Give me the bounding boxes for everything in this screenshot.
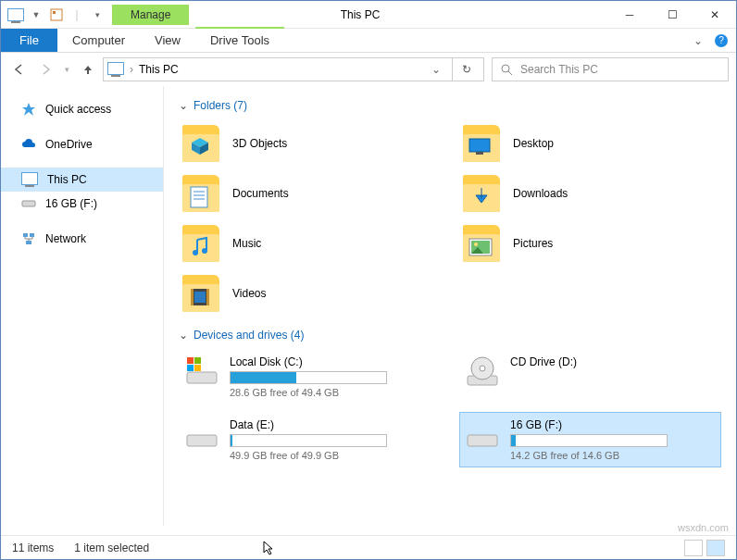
svg-point-36 [480,366,485,371]
status-bar: 11 items 1 item selected [1,535,736,559]
help-icon: ? [715,34,728,47]
tab-computer[interactable]: Computer [57,29,140,52]
folder-documents[interactable]: Documents [179,169,441,218]
forward-button[interactable] [34,56,56,82]
star-icon [21,102,36,117]
svg-rect-8 [26,241,31,244]
collapse-ribbon-icon[interactable]: ⌄ [684,29,712,52]
body: Quick access OneDrive This PC 16 GB (F:)… [1,86,736,526]
sidebar-item-quick-access[interactable]: Quick access [1,97,163,121]
folder-label: Downloads [513,187,568,200]
drive-data-e[interactable]: Data (E:) 49.9 GB free of 49.9 GB [179,412,441,467]
group-header-drives[interactable]: ⌄ Devices and drives (4) [179,329,721,342]
folder-icon [463,175,500,212]
svg-rect-37 [187,435,217,446]
tab-file[interactable]: File [1,29,57,52]
refresh-button[interactable]: ↻ [452,58,480,81]
maximize-button[interactable]: ☐ [651,1,693,29]
drive-free-text: 28.6 GB free of 49.4 GB [230,387,434,398]
watermark: wsxdn.com [678,522,729,533]
drive-info: 16 GB (F:) 14.2 GB free of 14.6 GB [510,418,715,461]
svg-rect-1 [53,11,56,14]
qat-more-icon[interactable]: ▾ [88,6,106,24]
group-header-folders[interactable]: ⌄ Folders (7) [179,99,721,112]
folder-downloads[interactable]: Downloads [459,169,721,218]
capacity-bar [510,434,668,447]
sidebar-label: This PC [47,173,87,186]
svg-rect-38 [468,435,497,446]
address-bar[interactable]: › This PC ⌄ ↻ [103,57,484,81]
drive-name: Local Disk (C:) [230,355,434,368]
recent-dropdown-icon[interactable]: ▾ [60,56,73,82]
sidebar-item-network[interactable]: Network [1,227,163,251]
capacity-bar [230,434,387,447]
folder-pictures[interactable]: Pictures [459,219,721,268]
svg-rect-7 [30,233,34,237]
svg-rect-28 [187,372,217,383]
group-title: Devices and drives (4) [194,329,304,342]
folder-3d-objects[interactable]: 3D Objects [179,119,441,168]
window-title: This PC [341,8,381,21]
help-button[interactable]: ? [712,29,731,52]
folder-icon [182,125,219,162]
view-details-button[interactable] [684,540,703,556]
folder-icon [182,275,219,312]
sidebar-label: Quick access [45,103,111,116]
up-button[interactable] [77,56,99,82]
folder-icon [463,225,500,262]
folder-label: Desktop [513,137,554,150]
capacity-bar [230,371,387,384]
window-controls: ─ ☐ ✕ [608,1,736,29]
folder-icon [463,125,500,162]
qat-divider: | [68,6,86,24]
sidebar-label: OneDrive [45,138,93,151]
content-area[interactable]: ⌄ Folders (7) 3D Objects Desktop Documen… [164,86,736,526]
svg-rect-26 [206,289,209,305]
address-icon [107,62,124,78]
context-tab-manage[interactable]: Manage [112,5,189,25]
search-placeholder: Search This PC [520,63,598,76]
svg-rect-31 [194,357,201,364]
back-button[interactable] [8,56,31,82]
folder-label: Documents [232,187,289,200]
view-icons-button[interactable] [706,540,725,556]
navigation-bar: ▾ › This PC ⌄ ↻ Search This PC [1,53,736,86]
folder-label: 3D Objects [232,137,287,150]
cloud-icon [21,137,36,152]
svg-rect-0 [51,9,62,20]
svg-point-22 [474,243,478,246]
svg-rect-13 [476,152,483,155]
properties-icon[interactable] [47,6,66,24]
titlebar: ▼ | ▾ Manage This PC ─ ☐ ✕ [1,1,736,29]
sidebar-item-onedrive[interactable]: OneDrive [1,132,163,156]
drive-usb-f[interactable]: 16 GB (F:) 14.2 GB free of 14.6 GB [459,412,721,467]
sidebar-item-drive-f[interactable]: 16 GB (F:) [1,192,163,216]
tab-drive-tools[interactable]: Drive Tools [195,27,284,52]
drive-icon [185,355,219,389]
qat-dropdown-icon[interactable]: ▼ [27,6,45,24]
folder-music[interactable]: Music [179,219,441,268]
chevron-down-icon: ⌄ [179,99,188,112]
app-icon [6,6,25,24]
sidebar: Quick access OneDrive This PC 16 GB (F:)… [1,86,164,526]
sidebar-item-this-pc[interactable]: This PC [1,168,163,192]
folder-desktop[interactable]: Desktop [459,119,721,168]
ribbon-tabs: File Computer View Drive Tools ⌄ ? [1,29,736,53]
search-box[interactable]: Search This PC [492,57,729,81]
svg-rect-32 [187,365,194,371]
sidebar-label: Network [45,232,86,245]
close-button[interactable]: ✕ [693,1,736,29]
drive-local-c[interactable]: Local Disk (C:) 28.6 GB free of 49.4 GB [179,349,441,404]
quick-access-toolbar: ▼ | ▾ [1,6,112,24]
folders-grid: 3D Objects Desktop Documents Downloads M… [179,119,721,317]
minimize-button[interactable]: ─ [608,1,651,29]
drive-cd-d[interactable]: CD Drive (D:) [459,349,721,404]
capacity-fill [231,372,296,383]
svg-point-18 [193,250,198,255]
address-text: This PC [139,63,179,76]
pc-icon [21,172,38,188]
folder-videos[interactable]: Videos [179,269,441,317]
address-dropdown-icon[interactable]: ⌄ [426,63,446,76]
svg-rect-30 [187,357,194,364]
tab-view[interactable]: View [140,29,195,52]
